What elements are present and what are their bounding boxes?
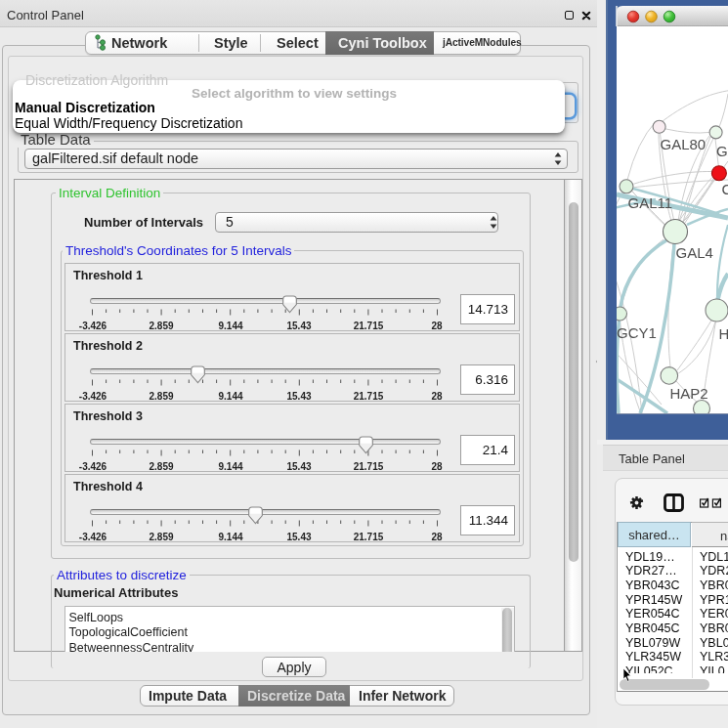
- svg-text:C: C: [722, 181, 728, 197]
- svg-text:GAL80: GAL80: [661, 136, 707, 152]
- svg-text:HAP2: HAP2: [670, 385, 708, 402]
- svg-text:GAL11: GAL11: [628, 194, 673, 211]
- svg-text:H: H: [719, 325, 728, 342]
- svg-text:GAL4: GAL4: [676, 244, 713, 261]
- svg-text:GA: GA: [716, 143, 728, 159]
- svg-text:GCY1: GCY1: [617, 324, 657, 341]
